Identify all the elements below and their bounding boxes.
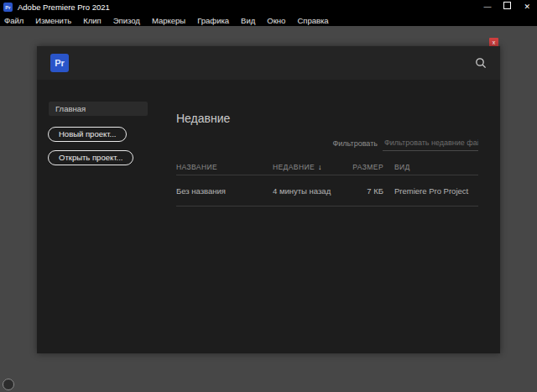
workspace-background: x Pr Главная Новый проект... Открыть про…	[0, 26, 537, 392]
table-header-row: НАЗВАНИЕ НЕДАВНИЕ↓ РАЗМЕР ВИД	[176, 159, 478, 175]
header-recent-label: НЕДАВНИЕ	[273, 163, 315, 171]
maximize-icon	[503, 2, 511, 9]
new-project-button[interactable]: Новый проект...	[48, 127, 127, 142]
filter-label: Фильтровать	[332, 139, 378, 148]
minimize-button[interactable]: —	[483, 0, 491, 14]
menu-sequence[interactable]: Эпизод	[113, 16, 140, 25]
header-kind[interactable]: ВИД	[383, 163, 478, 171]
menu-file[interactable]: Файл	[4, 16, 23, 25]
home-header: Pr	[37, 46, 500, 80]
header-recent[interactable]: НЕДАВНИЕ↓	[273, 163, 344, 171]
menu-bar: Файл Изменить Клип Эпизод Маркеры График…	[0, 14, 537, 26]
cell-kind: Premiere Pro Project	[383, 186, 478, 196]
recent-section-title: Недавние	[176, 112, 230, 125]
sort-descending-icon: ↓	[318, 163, 322, 171]
home-screen-panel: Pr Главная Новый проект... Открыть проек…	[37, 46, 500, 353]
home-body: Главная Новый проект... Открыть проект..…	[37, 80, 500, 353]
menu-markers[interactable]: Маркеры	[152, 16, 185, 25]
menu-help[interactable]: Справка	[297, 16, 328, 25]
header-name[interactable]: НАЗВАНИЕ	[176, 163, 273, 171]
menu-graphics[interactable]: Графика	[197, 16, 229, 25]
status-icon	[3, 379, 14, 390]
filter-row: Фильтровать	[176, 136, 478, 151]
maximize-button[interactable]	[503, 0, 511, 14]
header-size[interactable]: РАЗМЕР	[344, 163, 383, 171]
premiere-app-icon: Pr	[3, 3, 13, 12]
title-bar: Pr Adobe Premiere Pro 2021 — ✕	[0, 0, 537, 14]
recent-files-table: НАЗВАНИЕ НЕДАВНИЕ↓ РАЗМЕР ВИД Без назван…	[176, 159, 478, 206]
cell-recent: 4 минуты назад	[273, 186, 344, 196]
menu-view[interactable]: Вид	[241, 16, 255, 25]
menu-window[interactable]: Окно	[267, 16, 285, 25]
open-project-button[interactable]: Открыть проект...	[48, 150, 133, 165]
menu-clip[interactable]: Клип	[83, 16, 102, 25]
search-icon[interactable]	[475, 57, 487, 69]
menu-edit[interactable]: Изменить	[35, 16, 71, 25]
cell-size: 7 КБ	[344, 186, 383, 196]
window-title: Adobe Premiere Pro 2021	[18, 3, 110, 12]
sidebar-item-home[interactable]: Главная	[49, 102, 148, 116]
table-row[interactable]: Без названия 4 минуты назад 7 КБ Premier…	[176, 175, 478, 206]
close-button[interactable]: ✕	[524, 0, 530, 14]
filter-input[interactable]	[383, 136, 478, 151]
window-controls: — ✕	[483, 0, 530, 14]
cell-name: Без названия	[176, 186, 273, 196]
premiere-logo: Pr	[50, 54, 69, 72]
